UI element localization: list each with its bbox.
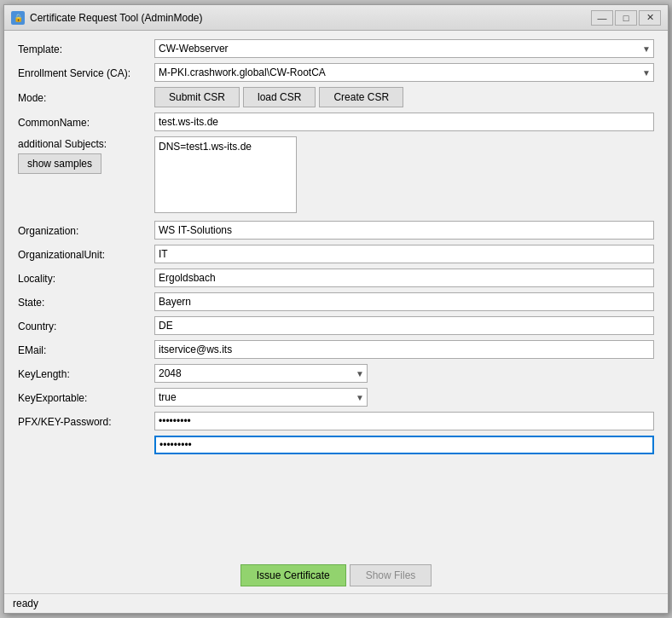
- enrollment-select-wrap: M-PKI.crashwork.global\CW-RootCA ▼: [154, 63, 654, 82]
- key-length-select[interactable]: 1024 2048 4096: [154, 364, 368, 383]
- main-window: 🔒 Certificate Request Tool (AdminMode) —…: [3, 4, 669, 614]
- title-bar-left: 🔒 Certificate Request Tool (AdminMode): [11, 11, 203, 25]
- show-samples-button[interactable]: show samples: [18, 153, 101, 174]
- close-button[interactable]: ✕: [639, 10, 661, 26]
- common-name-label: CommonName:: [18, 115, 154, 129]
- organization-row: Organization:: [18, 221, 654, 240]
- state-label: State:: [18, 295, 154, 309]
- org-unit-label: OrganizationalUnit:: [18, 247, 154, 261]
- locality-input[interactable]: [154, 269, 654, 287]
- key-length-select-wrap: 1024 2048 4096 ▼: [154, 364, 368, 383]
- key-length-label: KeyLength:: [18, 367, 154, 380]
- minimize-button[interactable]: —: [591, 10, 613, 26]
- app-icon: 🔒: [11, 11, 25, 25]
- show-files-button[interactable]: Show Files: [350, 564, 432, 586]
- additional-subjects-right: DNS=test1.ws-its.de: [154, 136, 654, 216]
- template-row: Template: CW-Webserver ▼: [18, 39, 654, 58]
- organization-input[interactable]: [154, 221, 654, 240]
- common-name-input[interactable]: [154, 113, 654, 131]
- pfx-password-row: PFX/KEY-Password:: [18, 412, 654, 430]
- key-exportable-row: KeyExportable: true false ▼: [18, 388, 654, 407]
- key-exportable-select[interactable]: true false: [154, 388, 368, 407]
- locality-label: Locality:: [18, 271, 154, 285]
- organization-label: Organization:: [18, 223, 154, 237]
- pfx-password-label: PFX/KEY-Password:: [18, 414, 154, 428]
- mode-label: Mode:: [18, 90, 154, 104]
- additional-subjects-row: additional Subjects: show samples DNS=te…: [18, 136, 654, 216]
- enrollment-label: Enrollment Service (CA):: [18, 66, 154, 79]
- submit-csr-button[interactable]: Submit CSR: [154, 87, 240, 107]
- country-label: Country:: [18, 319, 154, 332]
- template-label: Template:: [18, 42, 154, 55]
- email-row: EMail:: [18, 340, 654, 359]
- country-row: Country:: [18, 316, 654, 335]
- state-input[interactable]: [154, 292, 654, 311]
- org-unit-input[interactable]: [154, 245, 654, 263]
- form-content: Template: CW-Webserver ▼ Enrollment Serv…: [4, 31, 668, 557]
- enrollment-select[interactable]: M-PKI.crashwork.global\CW-RootCA: [154, 63, 654, 82]
- enrollment-row: Enrollment Service (CA): M-PKI.crashwork…: [18, 63, 654, 82]
- window-title: Certificate Request Tool (AdminMode): [30, 12, 203, 24]
- maximize-button[interactable]: □: [615, 10, 637, 26]
- additional-subjects-textarea[interactable]: DNS=test1.ws-its.de: [154, 136, 297, 213]
- locality-row: Locality:: [18, 269, 654, 287]
- org-unit-row: OrganizationalUnit:: [18, 245, 654, 263]
- template-select-wrap: CW-Webserver ▼: [154, 39, 654, 58]
- pfx-password-input[interactable]: [154, 412, 654, 430]
- additional-subjects-left: additional Subjects: show samples: [18, 136, 154, 216]
- bottom-buttons: Issue Certificate Show Files: [4, 557, 668, 593]
- key-exportable-select-wrap: true false ▼: [154, 388, 368, 407]
- template-select[interactable]: CW-Webserver: [154, 39, 654, 58]
- pfx-password-confirm-label: [18, 444, 154, 446]
- mode-buttons-group: Submit CSR load CSR Create CSR: [154, 87, 654, 107]
- email-label: EMail:: [18, 343, 154, 356]
- key-length-row: KeyLength: 1024 2048 4096 ▼: [18, 364, 654, 383]
- status-text: ready: [13, 598, 38, 609]
- state-row: State:: [18, 292, 654, 311]
- pfx-password-confirm-row: [18, 436, 654, 454]
- load-csr-button[interactable]: load CSR: [243, 87, 316, 107]
- common-name-row: CommonName:: [18, 113, 654, 131]
- email-input[interactable]: [154, 340, 654, 359]
- status-bar: ready: [4, 593, 668, 613]
- create-csr-button[interactable]: Create CSR: [319, 87, 403, 107]
- key-exportable-label: KeyExportable:: [18, 390, 154, 404]
- title-bar: 🔒 Certificate Request Tool (AdminMode) —…: [4, 5, 668, 31]
- additional-subjects-label: additional Subjects:: [18, 136, 154, 150]
- issue-certificate-button[interactable]: Issue Certificate: [240, 564, 346, 586]
- mode-row: Mode: Submit CSR load CSR Create CSR: [18, 87, 654, 107]
- country-input[interactable]: [154, 316, 654, 335]
- pfx-password-confirm-input[interactable]: [154, 436, 654, 454]
- title-bar-controls: — □ ✕: [591, 10, 661, 26]
